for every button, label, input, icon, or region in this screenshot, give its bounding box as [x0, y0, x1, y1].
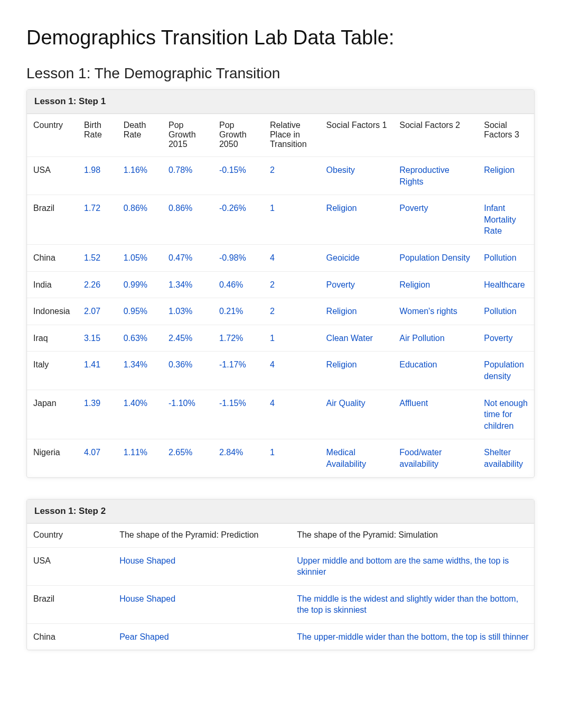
cell-value: Pollution [478, 244, 534, 271]
row-label: India [27, 271, 78, 298]
step1-caption: Lesson 1: Step 1 [27, 90, 534, 114]
cell-value: Reproductive Rights [393, 157, 478, 195]
cell-value: 2 [264, 271, 320, 298]
table-row: ChinaPear ShapedThe upper-middle wider t… [27, 623, 534, 650]
cell-value: 2 [264, 157, 320, 195]
cell-value: House Shaped [113, 547, 291, 585]
cell-value: 1.98 [78, 157, 117, 195]
table-row: Indonesia2.070.95%1.03%0.21%2ReligionWom… [27, 298, 534, 325]
cell-value: 4 [264, 390, 320, 439]
cell-value: 0.99% [117, 271, 162, 298]
cell-value: 0.36% [162, 352, 213, 390]
cell-value: Education [393, 352, 478, 390]
cell-value: Religion [320, 298, 394, 325]
cell-value: Not enough time for children [478, 390, 534, 439]
cell-value: Women's rights [393, 298, 478, 325]
cell-value: Religion [320, 352, 394, 390]
table-row: China1.521.05%0.47%-0.98%4GeoicidePopula… [27, 244, 534, 271]
table-row: Japan1.391.40%-1.10%-1.15%4Air QualityAf… [27, 390, 534, 439]
cell-value: Obesity [320, 157, 394, 195]
row-label: Italy [27, 352, 78, 390]
table-row: USAHouse ShapedUpper middle and bottom a… [27, 547, 534, 585]
col-death-rate: Death Rate [117, 114, 162, 157]
cell-value: 1 [264, 439, 320, 477]
cell-value: Geoicide [320, 244, 394, 271]
row-label: Indonesia [27, 298, 78, 325]
cell-value: Food/water availability [393, 439, 478, 477]
cell-value: 1 [264, 325, 320, 352]
table-row: BrazilHouse ShapedThe middle is the wide… [27, 585, 534, 623]
cell-value: Poverty [320, 271, 394, 298]
table-row: Brazil1.720.86%0.86%-0.26%1ReligionPover… [27, 195, 534, 245]
row-label: Iraq [27, 325, 78, 352]
cell-value: 1.11% [117, 439, 162, 477]
step1-table: Country Birth Rate Death Rate Pop Growth… [27, 114, 534, 477]
page-subtitle: Lesson 1: The Demographic Transition [26, 65, 535, 82]
cell-value: 0.78% [162, 157, 213, 195]
cell-value: 3.15 [78, 325, 117, 352]
cell-value: 1.34% [162, 271, 213, 298]
cell-value: 0.46% [213, 271, 264, 298]
cell-value: 1.05% [117, 244, 162, 271]
cell-value: 1.41 [78, 352, 117, 390]
cell-value: Air Pollution [393, 325, 478, 352]
row-label: USA [27, 157, 78, 195]
cell-value: Infant Mortality Rate [478, 195, 534, 245]
table-header-row: Country Birth Rate Death Rate Pop Growth… [27, 114, 534, 157]
cell-value: Poverty [478, 325, 534, 352]
cell-value: Air Quality [320, 390, 394, 439]
cell-value: 2.07 [78, 298, 117, 325]
cell-value: Affluent [393, 390, 478, 439]
cell-value: The middle is the widest and slightly wi… [291, 585, 534, 623]
col-simulation: The shape of the Pyramid: Simulation [291, 523, 534, 547]
row-label: USA [27, 547, 113, 585]
row-label: Nigeria [27, 439, 78, 477]
cell-value: 1.39 [78, 390, 117, 439]
cell-value: Clean Water [320, 325, 394, 352]
row-label: China [27, 244, 78, 271]
col-country: Country [27, 114, 78, 157]
cell-value: 1.34% [117, 352, 162, 390]
col-social-2: Social Factors 2 [393, 114, 478, 157]
cell-value: -0.26% [213, 195, 264, 245]
step2-table-card: Lesson 1: Step 2 Country The shape of th… [26, 499, 535, 651]
cell-value: House Shaped [113, 585, 291, 623]
col-prediction: The shape of the Pyramid: Prediction [113, 523, 291, 547]
cell-value: 1 [264, 195, 320, 245]
step2-table: Country The shape of the Pyramid: Predic… [27, 523, 534, 650]
cell-value: Religion [320, 195, 394, 245]
cell-value: 4 [264, 244, 320, 271]
table-header-row: Country The shape of the Pyramid: Predic… [27, 523, 534, 547]
cell-value: Population Density [393, 244, 478, 271]
cell-value: 4 [264, 352, 320, 390]
table-row: USA1.981.16%0.78%-0.15%2ObesityReproduct… [27, 157, 534, 195]
cell-value: Religion [478, 157, 534, 195]
row-label: Brazil [27, 195, 78, 245]
col-birth-rate: Birth Rate [78, 114, 117, 157]
cell-value: 0.95% [117, 298, 162, 325]
cell-value: Religion [393, 271, 478, 298]
cell-value: 1.52 [78, 244, 117, 271]
row-label: Brazil [27, 585, 113, 623]
cell-value: Pollution [478, 298, 534, 325]
cell-value: -1.10% [162, 390, 213, 439]
col-social-3: Social Factors 3 [478, 114, 534, 157]
page-title: Demographics Transition Lab Data Table: [26, 26, 535, 49]
cell-value: Shelter availability [478, 439, 534, 477]
step2-caption: Lesson 1: Step 2 [27, 500, 534, 523]
cell-value: 0.63% [117, 325, 162, 352]
cell-value: Pear Shaped [113, 623, 291, 650]
col-growth-2015: Pop Growth 2015 [162, 114, 213, 157]
col-transition-place: Relative Place in Transition [264, 114, 320, 157]
cell-value: Upper middle and bottom are the same wid… [291, 547, 534, 585]
cell-value: 2.65% [162, 439, 213, 477]
cell-value: 4.07 [78, 439, 117, 477]
cell-value: 2.26 [78, 271, 117, 298]
col-growth-2050: Pop Growth 2050 [213, 114, 264, 157]
cell-value: -0.15% [213, 157, 264, 195]
cell-value: 2 [264, 298, 320, 325]
table-row: Italy1.411.34%0.36%-1.17%4ReligionEducat… [27, 352, 534, 390]
cell-value: -0.98% [213, 244, 264, 271]
cell-value: 0.86% [162, 195, 213, 245]
cell-value: Healthcare [478, 271, 534, 298]
